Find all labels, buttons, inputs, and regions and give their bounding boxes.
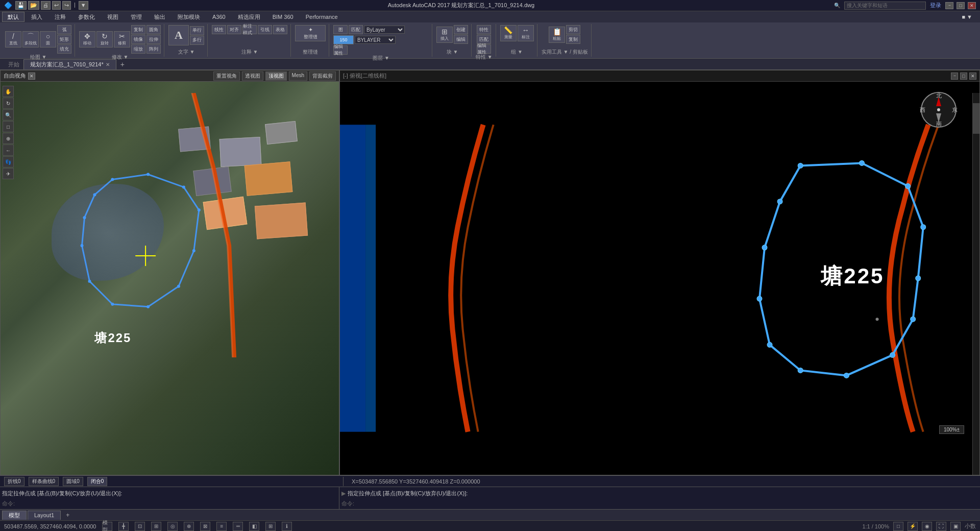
view-close-btn[interactable]: ✕ <box>28 73 35 80</box>
vp-minimize[interactable]: － <box>951 73 958 80</box>
hardware-accel-btn[interactable]: ⚡ <box>908 522 918 531</box>
previous-view-icon[interactable]: ← <box>3 144 14 156</box>
viewport-btn[interactable]: □ <box>893 522 903 531</box>
dim-style[interactable]: 标注样式 <box>242 25 257 34</box>
rectangle-tool[interactable]: 矩形 <box>57 35 71 44</box>
tab-annotation[interactable]: 注释 <box>49 12 71 22</box>
organize-btn[interactable]: ✦ 整理缝 <box>295 25 326 41</box>
multi-line-text[interactable]: 多行 <box>190 36 204 45</box>
transparency-btn[interactable]: ◧ <box>249 522 259 531</box>
minimize-button[interactable]: － <box>945 2 953 9</box>
quick-undo[interactable]: ↩ <box>52 1 61 10</box>
grid-btn[interactable]: ╋ <box>118 522 129 531</box>
polar-btn[interactable]: ◎ <box>167 522 178 531</box>
tab-output[interactable]: 输出 <box>149 12 171 22</box>
backface-btn[interactable]: 背面截剪 <box>309 71 336 81</box>
start-tab[interactable]: 开始 <box>4 60 23 69</box>
cmd-right-input[interactable]: 命令: <box>341 498 978 509</box>
extent-tool-icon[interactable]: ⊕ <box>3 133 14 144</box>
top-view-btn[interactable]: 顶视图 <box>265 71 287 81</box>
table[interactable]: 表格 <box>273 25 287 34</box>
linetype-select[interactable]: BYLAYER <box>355 36 396 44</box>
vp-restore[interactable]: □ <box>960 73 967 80</box>
measure-btn[interactable]: 📏测量 <box>500 25 517 41</box>
align-dim[interactable]: 对齐 <box>227 25 241 34</box>
tab-manage[interactable]: 管理 <box>125 12 148 22</box>
copy-clipboard[interactable]: 复制 <box>566 35 580 44</box>
close-button[interactable]: ✕ <box>968 2 976 9</box>
circle-tool[interactable]: ○圆 <box>40 31 56 47</box>
edit-block[interactable]: 编辑 <box>454 35 468 44</box>
edit-attr[interactable]: 编辑属性 <box>477 44 491 54</box>
workspace-switch[interactable]: ▼ <box>79 1 88 10</box>
polyline-tool[interactable]: ⌒多段线 <box>22 31 39 47</box>
single-line-text[interactable]: 单行 <box>190 26 204 35</box>
maximize-button[interactable]: □ <box>957 2 965 9</box>
stretch-tool[interactable]: 拉伸 <box>146 35 161 44</box>
paste-btn[interactable]: 📋粘贴 <box>549 27 565 43</box>
hatch-tool[interactable]: 填充 <box>57 44 71 54</box>
tab-parametric[interactable]: 参数化 <box>72 12 101 22</box>
dimension-btn[interactable]: ↔标注 <box>518 25 534 41</box>
mirror-tool[interactable]: 镜像 <box>131 35 145 44</box>
cad-drawing-area[interactable]: 塘225 北 南 东 西 <box>340 82 979 475</box>
tab-featured[interactable]: 精选应用 <box>232 12 266 22</box>
object-snap-btn[interactable]: ⊕ <box>184 522 194 531</box>
layer-properties[interactable]: 图 <box>333 25 348 34</box>
tab-view[interactable]: 视图 <box>102 12 124 22</box>
cmd-input-line[interactable]: 命令: <box>2 498 337 509</box>
lineweight-btn[interactable]: ═ <box>233 522 243 531</box>
document-tab[interactable]: 规划方案汇总_1_7010_9214* ✕ <box>23 59 116 69</box>
ortho-btn[interactable]: ⊞ <box>151 522 161 531</box>
dynamic-input-btn[interactable]: ≡ <box>216 522 227 531</box>
linear-dim[interactable]: 线性 <box>212 25 226 34</box>
copy-tool[interactable]: 复制 <box>131 25 145 34</box>
cut-btn[interactable]: 剪切 <box>566 25 580 34</box>
pan-tool-icon[interactable]: ✋ <box>3 86 14 97</box>
right-scrollbar[interactable] <box>972 93 979 475</box>
circle-count-btn[interactable]: 圆域0 <box>63 477 83 486</box>
snap-btn[interactable]: ⊡ <box>135 522 145 531</box>
tab-close-btn[interactable]: ✕ <box>106 62 110 67</box>
command-input[interactable] <box>17 500 337 506</box>
move-tool[interactable]: ✥移动 <box>79 31 95 47</box>
selection-cycle-btn[interactable]: ⊞ <box>265 522 276 531</box>
prop-match[interactable]: 编辑属性 <box>333 45 348 55</box>
scrollbar-thumb[interactable] <box>973 103 979 134</box>
rotate-tool[interactable]: ↻旋转 <box>96 31 113 47</box>
properties-btn[interactable]: 特性 <box>477 25 491 34</box>
text-tool[interactable]: A <box>168 25 189 45</box>
insert-block[interactable]: ⊞插入 <box>436 27 453 43</box>
model-space-btn[interactable]: 模型 <box>102 522 112 531</box>
quick-print[interactable]: 🖨 <box>41 1 51 10</box>
arc-tool[interactable]: 弧 <box>57 25 71 34</box>
reset-view-btn[interactable]: 重置视角 <box>213 71 240 81</box>
orbit-tool-icon[interactable]: ↻ <box>3 98 14 109</box>
line-tool[interactable]: /直线 <box>5 31 21 47</box>
tab-a360[interactable]: A360 <box>207 12 231 22</box>
zoom-tool-icon[interactable]: 🔍 <box>3 109 14 120</box>
tab-insert[interactable]: 插入 <box>26 12 48 22</box>
polyline-count-btn[interactable]: 折线0 <box>4 477 24 486</box>
command-right-input[interactable] <box>356 500 978 506</box>
login-btn[interactable]: 登录 <box>930 2 941 9</box>
trim-tool[interactable]: ✂修剪 <box>114 31 130 47</box>
walk-tool-icon[interactable]: 👣 <box>3 156 14 167</box>
leader[interactable]: 引线 <box>258 25 272 34</box>
spline-count-btn[interactable]: 样条曲线0 <box>29 477 59 486</box>
tab-default[interactable]: 默认 <box>2 12 24 22</box>
layer-match[interactable]: 匹配 <box>349 25 363 34</box>
tab-bim360[interactable]: BIM 360 <box>267 12 299 22</box>
fillet-tool[interactable]: 圆角 <box>146 25 161 34</box>
quick-save[interactable]: 💾 <box>15 1 27 10</box>
create-block[interactable]: 创建 <box>454 25 468 34</box>
fullscreen-btn[interactable]: ⛶ <box>936 522 946 531</box>
array-tool[interactable]: 阵列 <box>146 44 161 54</box>
tab-performance[interactable]: Performance <box>300 12 344 22</box>
window-tool-icon[interactable]: □ <box>3 121 14 132</box>
fly-tool-icon[interactable]: ✈ <box>3 168 14 179</box>
add-tab-btn[interactable]: + <box>116 59 129 69</box>
left-viewport[interactable]: 自由视角 ✕ 重置视角 透视图 顶视图 Mesh 背面截剪 <box>0 70 339 475</box>
vp-close[interactable]: ✕ <box>969 73 976 80</box>
annotation-monitor-btn[interactable]: ℹ <box>282 522 292 531</box>
